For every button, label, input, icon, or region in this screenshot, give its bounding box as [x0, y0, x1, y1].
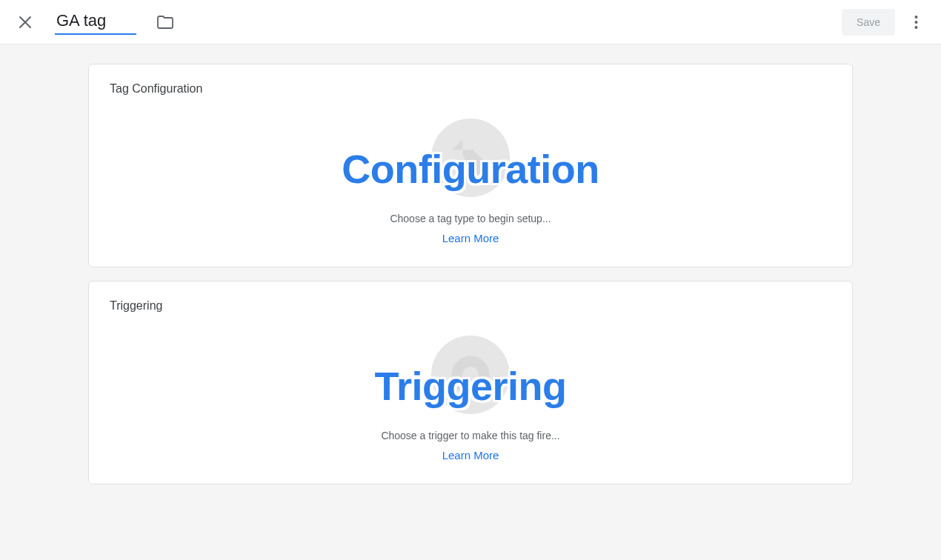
svg-point-6: [457, 155, 465, 162]
top-bar: Save: [0, 0, 941, 44]
editor-canvas: Tag Configuration Configuration Choose a…: [0, 44, 941, 560]
card-title: Triggering: [110, 299, 831, 313]
close-icon: [19, 16, 32, 29]
learn-more-link[interactable]: Learn More: [442, 449, 499, 461]
svg-point-4: [914, 26, 917, 29]
tag-name-input[interactable]: [55, 10, 136, 35]
tag-placeholder-icon: [430, 118, 511, 198]
close-button[interactable]: [15, 12, 36, 33]
folder-button[interactable]: [156, 13, 175, 32]
svg-point-9: [462, 367, 479, 383]
folder-icon: [157, 16, 173, 29]
triggering-card[interactable]: Triggering Triggering Choose a trigger t…: [88, 281, 853, 484]
more-menu-button[interactable]: [905, 12, 926, 33]
more-vertical-icon: [914, 15, 918, 30]
tag-configuration-card[interactable]: Tag Configuration Configuration Choose a…: [88, 64, 853, 267]
svg-point-2: [914, 16, 917, 19]
learn-more-link[interactable]: Learn More: [442, 232, 499, 244]
card-title: Tag Configuration: [110, 82, 831, 96]
card-body: Triggering Choose a trigger to make this…: [110, 321, 831, 461]
card-hint: Choose a tag type to begin setup...: [390, 213, 551, 224]
svg-point-3: [914, 21, 917, 24]
card-body: Configuration Choose a tag type to begin…: [110, 104, 831, 244]
trigger-placeholder-icon: [430, 335, 511, 415]
card-hint: Choose a trigger to make this tag fire..…: [381, 430, 559, 441]
save-button[interactable]: Save: [842, 9, 895, 36]
